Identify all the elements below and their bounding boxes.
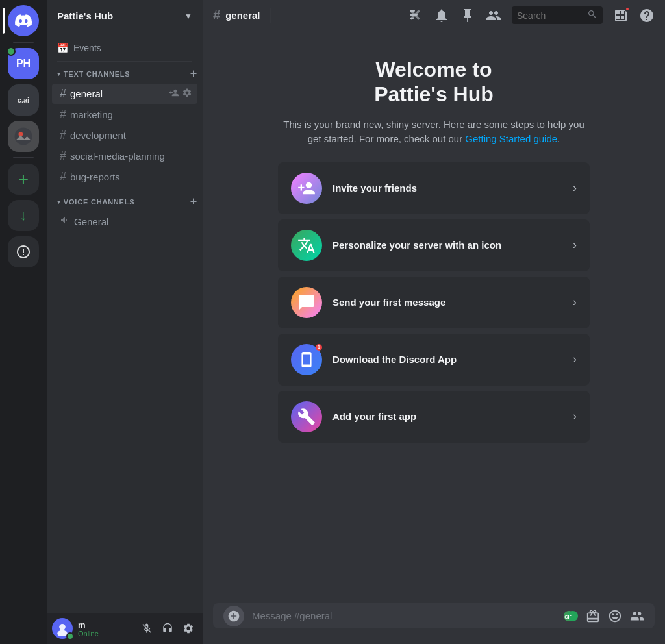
collapse-icon: ▾ [57, 71, 61, 77]
user-avatar [52, 618, 73, 639]
emoji-button[interactable] [608, 609, 622, 623]
mute-button[interactable] [138, 619, 156, 638]
message-bar: GIF [203, 603, 665, 644]
text-channels-section: ▾ TEXT CHANNELS + # general # [47, 64, 203, 187]
channel-item-bug-reports[interactable]: # bug-reports [52, 167, 197, 187]
add-app-icon [291, 401, 322, 432]
server-icon-discord[interactable] [8, 5, 39, 36]
headphone-button[interactable] [158, 619, 177, 638]
voice-channels-header[interactable]: ▾ VOICE CHANNELS + [47, 192, 203, 211]
header-icons [408, 6, 655, 24]
checklist-message[interactable]: Send your first message › [278, 277, 590, 328]
add-channel-icon[interactable]: + [190, 67, 197, 80]
invite-chevron-icon: › [573, 181, 577, 195]
svg-rect-4 [410, 10, 415, 12]
gift-button[interactable] [586, 609, 600, 623]
server-divider-1 [13, 42, 34, 43]
cai-label: c.ai [18, 96, 29, 104]
voice-channels-label: VOICE CHANNELS [64, 198, 135, 206]
channel-header-name: # general [213, 8, 260, 23]
server-icon-cai[interactable]: c.ai [8, 84, 39, 116]
user-status: Online [78, 630, 132, 638]
inbox-badge [625, 6, 630, 12]
channel-sidebar: Pattie's Hub ▼ 📅 Events ▾ TEXT CHANNELS … [47, 0, 203, 644]
channel-item-marketing[interactable]: # marketing [52, 105, 197, 125]
server-icon-img[interactable] [8, 121, 39, 152]
search-bar[interactable] [512, 6, 603, 24]
message-chevron-icon: › [573, 295, 577, 309]
svg-rect-5 [410, 14, 418, 16]
help-button[interactable] [639, 8, 655, 23]
message-input-container: GIF [213, 603, 655, 628]
message-input[interactable] [252, 603, 555, 628]
voice-channel-general[interactable]: General [52, 212, 197, 231]
inbox-button[interactable] [613, 8, 629, 23]
collapse-voice-icon: ▾ [57, 199, 61, 205]
chevron-down-icon: ▼ [184, 12, 192, 21]
welcome-title: Welcome toPattie's Hub [374, 57, 494, 107]
notification-bell-button[interactable] [434, 8, 449, 23]
settings-icon-channel[interactable] [182, 88, 192, 100]
checklist: Invite your friends › Personalize your s… [278, 162, 590, 443]
channel-name-social: social-media-planning [70, 151, 165, 162]
checklist-app[interactable]: Add your first app › [278, 391, 590, 443]
message-icon [291, 287, 322, 318]
invite-label: Invite your friends [332, 182, 562, 193]
gif-sticker-button[interactable]: GIF [562, 608, 578, 624]
message-add-button[interactable] [223, 606, 244, 626]
search-input[interactable] [517, 10, 582, 21]
text-channels-header[interactable]: ▾ TEXT CHANNELS + [47, 64, 203, 83]
server-icon-ph[interactable]: PH [8, 48, 39, 79]
channel-name-marketing: marketing [70, 109, 113, 120]
user-bar: m Online [47, 613, 203, 644]
header-divider [270, 8, 271, 23]
checklist-personalize[interactable]: Personalize your server with an icon › [278, 219, 590, 271]
text-channels-label: TEXT CHANNELS [64, 70, 131, 78]
hash-icon-development: # [60, 129, 66, 142]
channel-item-development[interactable]: # development [52, 125, 197, 145]
main-content: # general [203, 0, 665, 644]
hash-icon-bug: # [60, 170, 66, 184]
checklist-invite[interactable]: Invite your friends › [278, 162, 590, 214]
members-button[interactable] [486, 8, 501, 23]
personalize-chevron-icon: › [573, 238, 577, 252]
user-settings-button[interactable] [179, 619, 197, 638]
sidebar-divider [57, 61, 192, 62]
channel-item-social-media-planning[interactable]: # social-media-planning [52, 146, 197, 166]
channel-item-general[interactable]: # general [52, 84, 197, 104]
channel-actions-general [169, 88, 192, 100]
channel-header: # general [203, 0, 665, 31]
server-icon-download[interactable]: ↓ [8, 200, 39, 231]
events-item[interactable]: 📅 Events [47, 38, 203, 58]
app-label: Add your first app [332, 411, 562, 422]
svg-point-2 [59, 624, 66, 630]
server-icon-add[interactable]: + [8, 164, 39, 195]
search-icon [587, 9, 597, 21]
add-member-icon[interactable] [169, 88, 179, 100]
invite-icon [291, 173, 322, 204]
mention-button[interactable] [630, 609, 644, 623]
calendar-icon: 📅 [57, 43, 68, 53]
channel-name-bug: bug-reports [70, 171, 120, 182]
add-voice-channel-icon[interactable]: + [190, 195, 197, 208]
server-name: Pattie's Hub [57, 10, 113, 21]
getting-started-link[interactable]: Getting Started guide [465, 133, 557, 144]
events-label: Events [73, 43, 101, 53]
user-online-dot [66, 632, 74, 640]
hash-icon-social: # [60, 149, 66, 163]
checklist-download[interactable]: 1 Download the Discord App › [278, 334, 590, 386]
server-icon-discover[interactable] [8, 236, 39, 267]
server-header[interactable]: Pattie's Hub ▼ [47, 0, 203, 32]
svg-rect-6 [410, 18, 414, 19]
download-chevron-icon: › [573, 353, 577, 366]
message-label: Send your first message [332, 297, 562, 308]
personalize-label: Personalize your server with an icon [332, 240, 562, 251]
channel-name-development: development [70, 130, 126, 141]
download-icon: ↓ [20, 207, 27, 224]
online-indicator [6, 47, 16, 56]
download-label: Download the Discord App [332, 354, 562, 365]
app-chevron-icon: › [573, 410, 577, 423]
pin-button[interactable] [460, 8, 475, 23]
welcome-area: Welcome toPattie's Hub This is your bran… [203, 31, 665, 603]
threads-button[interactable] [408, 8, 423, 23]
